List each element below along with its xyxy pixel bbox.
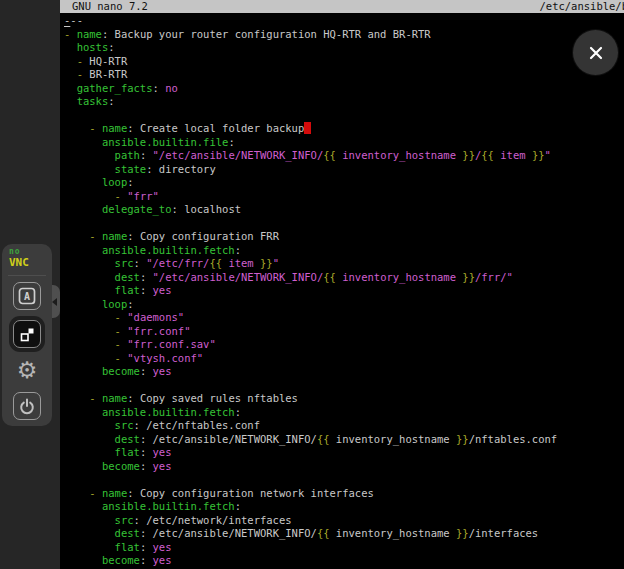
code-line: - name: Copy configuration network inter… (64, 487, 624, 501)
fullscreen-button[interactable] (13, 320, 41, 348)
power-button[interactable] (13, 392, 41, 420)
code-line: loop: (64, 298, 624, 312)
code-line: - "frr" (64, 190, 624, 204)
gear-icon: ⚙ (17, 359, 38, 382)
keyboard-button[interactable]: A (13, 282, 41, 310)
panel-divider (8, 275, 46, 276)
code-line: ansible.builtin.fetch: (64, 500, 624, 514)
nano-filepath: /etc/ansible/b (539, 0, 624, 13)
code-line: src: "/etc/frr/{{ item }}" (64, 257, 624, 271)
nano-titlebar: GNU nano 7.2 /etc/ansible/b (60, 0, 624, 13)
code-line: dest: /etc/ansible/NETWORK_INFO/{{ inven… (64, 433, 624, 447)
code-line: - "frr.conf" (64, 325, 624, 339)
settings-button[interactable]: ⚙ (13, 356, 41, 384)
code-line: - name: Copy saved rules nftables (64, 392, 624, 406)
code-line: become: yes (64, 460, 624, 474)
code-line: delegate_to: localhost (64, 203, 624, 217)
novnc-logo-bottom: VNC (9, 257, 29, 268)
code-line (64, 379, 624, 393)
code-line: src: /etc/nftables.conf (64, 419, 624, 433)
novnc-control-bar: no VNC A ⚙ (2, 244, 52, 426)
code-line: dest: /etc/ansible/NETWORK_INFO/{{ inven… (64, 527, 624, 541)
code-line: loop: (64, 176, 624, 190)
code-line: become: yes (64, 554, 624, 568)
code-line: flat: yes (64, 541, 624, 555)
novnc-logo-top: no (9, 248, 29, 256)
code-line: - name: Create local folder backup (64, 122, 624, 136)
code-line: state: directory (64, 163, 624, 177)
code-line (64, 217, 624, 231)
code-line: flat: yes (64, 446, 624, 460)
terminal-window: GNU nano 7.2 /etc/ansible/b ---- name: B… (60, 0, 624, 569)
code-line: - "daemons" (64, 311, 624, 325)
code-line: hosts: (64, 41, 624, 55)
code-line: flat: yes (64, 284, 624, 298)
close-button[interactable] (573, 30, 618, 75)
code-line: path: "/etc/ansible/NETWORK_INFO/{{ inve… (64, 149, 624, 163)
code-line: - name: Copy configuration FRR (64, 230, 624, 244)
screen: GNU nano 7.2 /etc/ansible/b ---- name: B… (0, 0, 624, 569)
code-line: - name: Backup your router configuration… (64, 28, 624, 42)
keyboard-key-icon: A (18, 287, 36, 305)
code-line: become: yes (64, 365, 624, 379)
code-line: - BR-RTR (64, 68, 624, 82)
svg-text:A: A (24, 291, 30, 302)
code-line: ansible.builtin.file: (64, 136, 624, 150)
code-line: --- (64, 14, 624, 28)
code-line: tasks: (64, 95, 624, 109)
code-line (64, 109, 624, 123)
code-line: - HQ-RTR (64, 55, 624, 69)
fullscreen-icon (19, 326, 36, 343)
code-line: - "frr.conf.sav" (64, 338, 624, 352)
code-line: ansible.builtin.fetch: (64, 244, 624, 258)
code-line: gather_facts: no (64, 82, 624, 96)
code-line: src: /etc/network/interfaces (64, 514, 624, 528)
code-line: ansible.builtin.fetch: (64, 406, 624, 420)
novnc-logo: no VNC (9, 248, 29, 268)
power-icon (18, 397, 36, 415)
close-icon (587, 44, 605, 62)
code-line: - "vtysh.conf" (64, 352, 624, 366)
code-line (64, 473, 624, 487)
editor-content[interactable]: ---- name: Backup your router configurat… (60, 13, 624, 569)
code-line: dest: "/etc/ansible/NETWORK_INFO/{{ inve… (64, 271, 624, 285)
collapse-arrow-icon (52, 298, 57, 306)
nano-version-label: GNU nano 7.2 (72, 0, 148, 13)
